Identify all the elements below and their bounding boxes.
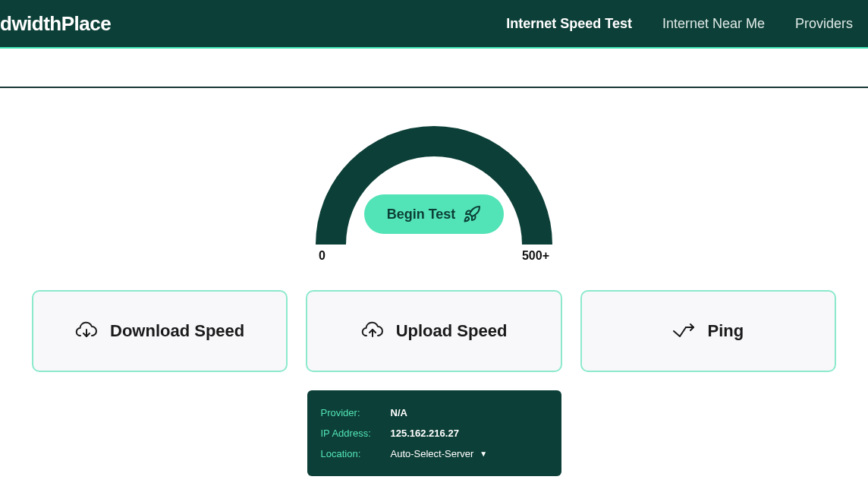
- location-select[interactable]: Auto-Select-Server ▼: [391, 448, 488, 459]
- speed-gauge: Begin Test: [316, 126, 552, 245]
- main-nav: Internet Speed Test Internet Near Me Pro…: [506, 16, 853, 32]
- ping-icon: [672, 323, 695, 339]
- sub-header-spacer: [0, 49, 868, 87]
- ip-label: IP Address:: [321, 428, 380, 439]
- header-bar: dwidthPlace Internet Speed Test Internet…: [0, 0, 868, 49]
- location-row: Location: Auto-Select-Server ▼: [321, 443, 548, 464]
- provider-value: N/A: [391, 407, 407, 418]
- main-content: Begin Test 0 500+ Dow: [0, 88, 868, 476]
- metric-cards: Download Speed Upload Speed Ping: [32, 290, 836, 372]
- rocket-icon: [463, 205, 481, 223]
- gauge-labels: 0 500+: [316, 249, 552, 263]
- upload-speed-card: Upload Speed: [306, 290, 561, 372]
- provider-label: Provider:: [321, 407, 380, 418]
- provider-row: Provider: N/A: [321, 402, 548, 423]
- begin-test-button[interactable]: Begin Test: [364, 194, 505, 234]
- begin-test-label: Begin Test: [387, 207, 456, 222]
- ip-row: IP Address: 125.162.216.27: [321, 423, 548, 443]
- nav-internet-near-me[interactable]: Internet Near Me: [662, 16, 765, 32]
- connection-info-panel: Provider: N/A IP Address: 125.162.216.27…: [307, 390, 561, 476]
- ip-value: 125.162.216.27: [391, 428, 459, 439]
- ping-label: Ping: [707, 321, 744, 341]
- upload-cloud-icon: [361, 321, 384, 341]
- download-speed-card: Download Speed: [32, 290, 288, 372]
- download-cloud-icon: [75, 321, 98, 341]
- upload-speed-label: Upload Speed: [396, 321, 508, 341]
- location-value: Auto-Select-Server: [391, 448, 474, 459]
- location-label: Location:: [321, 448, 380, 459]
- nav-speed-test[interactable]: Internet Speed Test: [506, 16, 632, 32]
- nav-providers[interactable]: Providers: [795, 16, 853, 32]
- download-speed-label: Download Speed: [110, 321, 244, 341]
- gauge-max-label: 500+: [522, 249, 549, 263]
- site-logo[interactable]: dwidthPlace: [0, 12, 111, 36]
- chevron-down-icon: ▼: [480, 450, 487, 458]
- ping-card: Ping: [580, 290, 836, 372]
- gauge-min-label: 0: [319, 249, 326, 263]
